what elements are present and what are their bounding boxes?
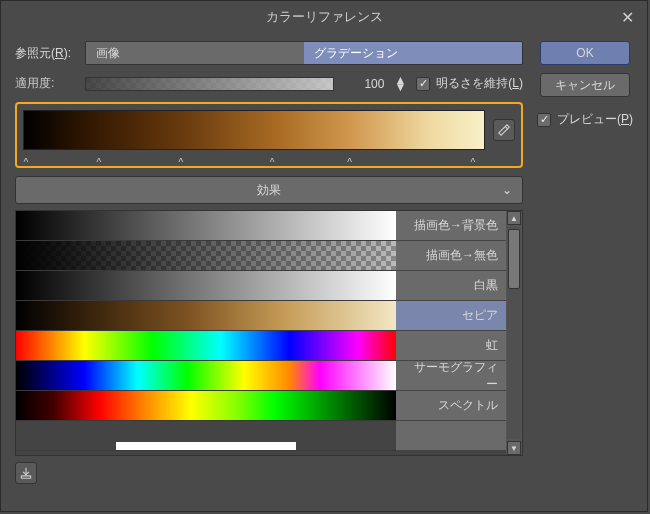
preset-name: サーモグラフィー <box>396 361 506 391</box>
titlebar: カラーリファレンス ✕ <box>1 1 647 33</box>
preset-item[interactable]: 白黒 <box>16 271 506 301</box>
preset-item[interactable] <box>16 421 506 451</box>
gradient-stop-handle[interactable]: ^ <box>179 157 187 165</box>
apply-label: 適用度: <box>15 75 75 92</box>
brightness-checkbox[interactable]: 明るさを維持(L) <box>416 75 523 92</box>
gradient-stop-handle[interactable]: ^ <box>470 157 478 165</box>
preset-swatch <box>16 241 396 271</box>
preview-checkbox[interactable]: プレビュー(P) <box>537 111 633 128</box>
preset-item[interactable]: セピア <box>16 301 506 331</box>
scrollbar-thumb[interactable] <box>508 229 520 289</box>
preset-swatch <box>16 271 396 301</box>
check-icon <box>537 113 551 127</box>
cancel-button[interactable]: キャンセル <box>540 73 630 97</box>
close-button[interactable]: ✕ <box>617 7 637 27</box>
apply-slider[interactable] <box>85 77 334 91</box>
gradient-stop-handle[interactable]: ^ <box>97 157 105 165</box>
edit-gradient-button[interactable] <box>493 119 515 141</box>
gradient-stop-handle[interactable]: ^ <box>347 157 355 165</box>
scrollbar[interactable]: ▲ ▼ <box>506 211 522 455</box>
preset-name: セピア <box>396 301 506 331</box>
preset-item[interactable]: スペクトル <box>16 391 506 421</box>
color-reference-dialog: カラーリファレンス ✕ 参照元(R): 画像 グラデーション 適用度: 100 … <box>0 0 648 512</box>
preset-swatch <box>16 301 396 331</box>
tab-gradient[interactable]: グラデーション <box>304 42 522 64</box>
check-icon <box>416 77 430 91</box>
preset-item[interactable]: サーモグラフィー <box>16 361 506 391</box>
preset-name: スペクトル <box>396 391 506 421</box>
effect-dropdown[interactable]: 効果 ⌄ <box>15 176 523 204</box>
preset-item[interactable]: 描画色→背景色 <box>16 211 506 241</box>
preset-name <box>396 421 506 451</box>
scroll-up-icon[interactable]: ▲ <box>507 211 521 225</box>
source-label: 参照元(R): <box>15 45 75 62</box>
preset-name: 描画色→無色 <box>396 241 506 271</box>
preset-swatch <box>16 421 396 451</box>
scroll-down-icon[interactable]: ▼ <box>507 441 521 455</box>
tab-image[interactable]: 画像 <box>86 42 304 64</box>
gradient-stop-handle[interactable]: ^ <box>270 157 278 165</box>
preset-swatch <box>16 391 396 421</box>
preset-name: 描画色→背景色 <box>396 211 506 241</box>
apply-stepper[interactable]: ▲▼ <box>394 77 406 91</box>
preset-swatch <box>16 331 396 361</box>
preset-swatch <box>16 211 396 241</box>
gradient-bar[interactable] <box>23 110 485 150</box>
source-tabs: 画像 グラデーション <box>85 41 523 65</box>
svg-rect-0 <box>21 476 30 478</box>
preset-name: 白黒 <box>396 271 506 301</box>
dialog-title: カラーリファレンス <box>266 8 383 26</box>
preset-item[interactable]: 描画色→無色 <box>16 241 506 271</box>
preset-item[interactable]: 虹 <box>16 331 506 361</box>
preset-swatch <box>16 361 396 391</box>
gradient-stop-handle[interactable]: ^ <box>24 157 32 165</box>
ok-button[interactable]: OK <box>540 41 630 65</box>
export-button[interactable] <box>15 462 37 484</box>
preset-name: 虹 <box>396 331 506 361</box>
chevron-down-icon: ⌄ <box>502 183 512 197</box>
gradient-preview-box: ^^^^^^ <box>15 102 523 168</box>
preset-listbox: 描画色→背景色描画色→無色白黒セピア虹サーモグラフィースペクトル ▲ ▼ <box>15 210 523 456</box>
apply-value[interactable]: 100 <box>342 77 386 91</box>
